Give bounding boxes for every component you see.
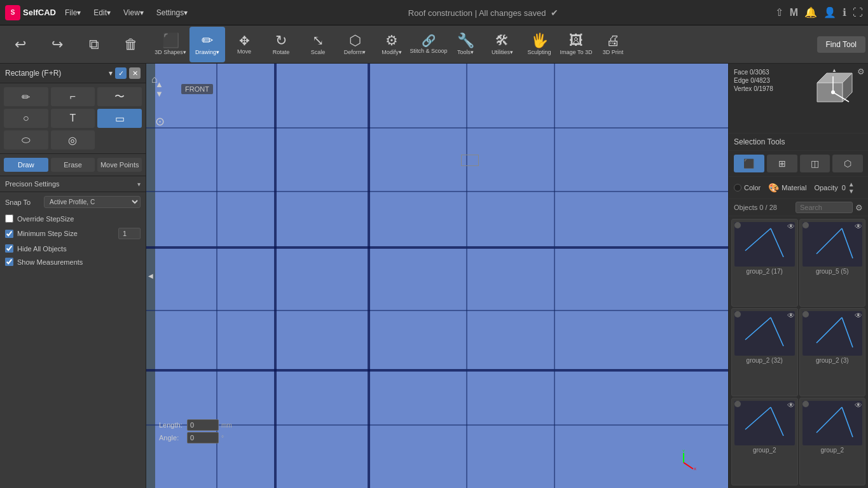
- objects-search-input[interactable]: [796, 202, 853, 213]
- fullscreen-icon[interactable]: ⛶: [853, 7, 863, 18]
- menu-view[interactable]: View▾: [120, 8, 148, 17]
- tool-rotate[interactable]: ↻ Rotate: [263, 27, 299, 62]
- tool-3dprint[interactable]: 🖨 3D Print: [595, 27, 631, 62]
- tool-3dshapes[interactable]: ⬛ 3D Shapes▾: [153, 27, 188, 62]
- object-eye-icon[interactable]: 👁: [787, 401, 795, 410]
- tool-tools[interactable]: 🔧 Tools▾: [448, 27, 483, 62]
- object-eye-icon[interactable]: 👁: [787, 311, 795, 320]
- menu-settings[interactable]: Settings▾: [153, 8, 191, 17]
- color-item[interactable]: Color: [734, 184, 761, 192]
- sketchfab-icon[interactable]: M: [790, 7, 798, 18]
- view-nav-icon[interactable]: ▲▼: [155, 80, 163, 99]
- object-card-extra1[interactable]: 👁 group_2: [731, 398, 798, 485]
- tool-sculpting[interactable]: 🖐 Sculpting: [521, 27, 557, 62]
- svg-line-14: [842, 228, 853, 258]
- view-settings-icon[interactable]: ⚙: [857, 67, 865, 76]
- object-card-extra2[interactable]: 👁 group_2: [799, 398, 866, 485]
- tool-scale[interactable]: ⤡ Scale: [300, 27, 336, 62]
- close-tool-button[interactable]: ✕: [129, 67, 141, 79]
- object-eye-icon[interactable]: 👁: [855, 401, 862, 410]
- object-eye-icon[interactable]: 👁: [787, 222, 795, 231]
- info-icon[interactable]: ℹ: [843, 6, 846, 18]
- show-measurements-label: Show Measurements: [17, 258, 83, 266]
- share-icon[interactable]: ⇧: [775, 6, 783, 18]
- select-face-btn[interactable]: ⬛: [734, 155, 764, 172]
- delete-button[interactable]: 🗑: [113, 27, 149, 62]
- precision-settings-row[interactable]: Precison Settings ▾: [0, 176, 146, 192]
- show-measurements-checkbox[interactable]: [5, 258, 13, 266]
- find-tool-button[interactable]: Find Tool: [817, 36, 865, 53]
- select-edge-btn[interactable]: ◫: [800, 155, 830, 172]
- view-cube[interactable]: ▲: [808, 67, 865, 124]
- object-visibility-dot: [803, 222, 809, 228]
- tool-move[interactable]: ✥ Move: [226, 27, 262, 62]
- erase-mode-btn[interactable]: Erase: [51, 158, 95, 172]
- object-thumbnail: [803, 311, 863, 356]
- draw-mode-buttons: Draw Erase Move Points: [0, 154, 146, 176]
- tool-stitch[interactable]: 🔗 Stitch & Scoop: [411, 27, 446, 62]
- angle-input[interactable]: [187, 432, 219, 443]
- object-label: group_2 (17): [734, 268, 795, 275]
- orbit-icon[interactable]: ⊙: [155, 115, 165, 129]
- show-measurements-row: Show Measurements: [0, 255, 146, 268]
- object-card-group2-17[interactable]: 👁 group_2 (17): [731, 219, 798, 307]
- pencil-tool-btn[interactable]: ✏: [4, 87, 48, 106]
- ellipse-tool-btn[interactable]: ⬭: [4, 130, 48, 150]
- snap-to-label: Snap To: [5, 199, 40, 206]
- text-tool-btn[interactable]: T: [51, 109, 95, 128]
- axis-indicator: Y X: [671, 450, 696, 475]
- redo-button[interactable]: ↪: [39, 27, 75, 62]
- svg-line-16: [771, 317, 783, 346]
- object-eye-icon[interactable]: 👁: [855, 311, 862, 320]
- objects-settings-icon[interactable]: ⚙: [855, 203, 863, 213]
- snap-to-select[interactable]: Active Profile, C: [44, 196, 141, 208]
- menu-edit[interactable]: Edit▾: [90, 8, 114, 17]
- circle-tool-btn[interactable]: ○: [4, 109, 48, 128]
- override-stepsize-checkbox[interactable]: [5, 214, 13, 223]
- circle2-tool-btn[interactable]: ◎: [51, 130, 95, 150]
- tool-deform[interactable]: ⬡ Deform▾: [337, 27, 373, 62]
- view-cube-area: Face 0/3063 Edge 0/4823 Vertex 0/1978: [729, 64, 868, 134]
- movepoints-mode-btn[interactable]: Move Points: [97, 158, 142, 172]
- saved-status: All changes saved: [479, 8, 546, 18]
- tool-modify[interactable]: ⚙ Modify▾: [374, 27, 410, 62]
- opacity-item[interactable]: Opacity 0 ▲▼: [814, 181, 854, 195]
- accept-button[interactable]: ✓: [115, 67, 127, 79]
- object-card-group2-32[interactable]: 👁 group_2 (32): [731, 308, 798, 396]
- selection-buttons: ⬛ ⊞ ◫ ⬡: [729, 151, 868, 177]
- precision-dropdown-icon: ▾: [137, 181, 141, 188]
- object-label: group_2: [803, 447, 863, 454]
- length-input[interactable]: [187, 419, 219, 431]
- material-item[interactable]: 🎨 Material: [768, 183, 806, 193]
- draw-mode-btn[interactable]: Draw: [4, 158, 48, 172]
- object-thumbnail: [803, 401, 863, 445]
- min-step-checkbox[interactable]: [5, 230, 13, 238]
- hide-all-checkbox[interactable]: [5, 244, 13, 253]
- curve-tool-btn[interactable]: 〜: [97, 87, 142, 106]
- tool-imageto3d[interactable]: 🖼 Image To 3D: [558, 27, 594, 62]
- canvas-area[interactable]: ◀ ⌂ ▲▼ ⊙ FRONT Length:: [146, 64, 728, 488]
- min-step-input[interactable]: [118, 228, 141, 239]
- svg-line-18: [842, 317, 853, 347]
- copy-button[interactable]: ⧉: [76, 27, 112, 62]
- object-label: group_2 (3): [803, 357, 863, 364]
- logo: S SelfCAD: [5, 5, 56, 20]
- object-card-group2-3[interactable]: 👁 group_2 (3): [799, 308, 866, 396]
- tool-utilities[interactable]: 🛠 Utilities▾: [485, 27, 520, 62]
- canvas-inputs: Length: mm Angle: °: [159, 419, 232, 443]
- svg-point-9: [831, 90, 835, 94]
- select-multi-btn[interactable]: ⊞: [767, 155, 797, 172]
- tool-drawing[interactable]: ✏ Drawing▾: [189, 27, 225, 62]
- object-card-group5-5[interactable]: 👁 group_5 (5): [799, 219, 866, 307]
- object-thumbnail: [734, 401, 795, 445]
- undo-button[interactable]: ↩: [3, 27, 38, 62]
- menu-file[interactable]: File▾: [61, 8, 85, 17]
- notification-icon[interactable]: 🔔: [804, 6, 817, 18]
- length-row: Length: mm: [159, 419, 232, 431]
- opacity-label: Opacity: [814, 184, 837, 192]
- select-vertex-btn[interactable]: ⬡: [832, 155, 863, 172]
- user-icon[interactable]: 👤: [823, 6, 836, 18]
- angle-tool-btn[interactable]: ⌐: [51, 87, 95, 106]
- object-eye-icon[interactable]: 👁: [855, 222, 862, 231]
- rect-tool-btn[interactable]: ▭: [97, 109, 142, 128]
